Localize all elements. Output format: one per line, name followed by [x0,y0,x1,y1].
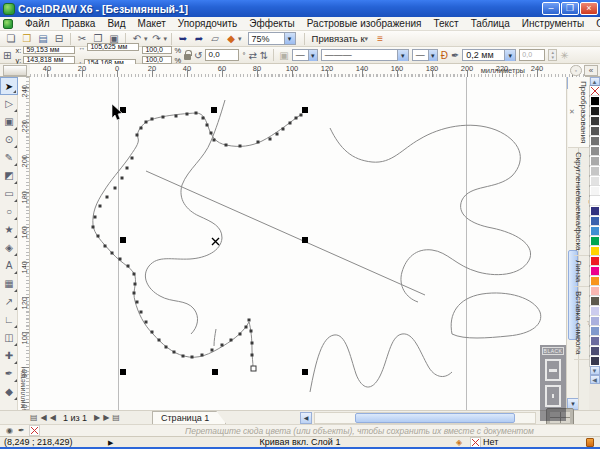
color-swatch[interactable] [590,336,600,346]
menu-упорядочить[interactable]: Упорядочить [172,18,244,29]
table-tool[interactable]: ▦ [0,275,18,293]
dimension-tool[interactable]: ↗ [0,293,18,311]
ruler-options-button[interactable]: ◦ [570,65,582,76]
menu-макет[interactable]: Макет [131,18,171,29]
chevron-down-icon[interactable]: ▾ [504,50,515,61]
connector-tool[interactable]: ∟ [0,311,18,329]
undo-caret-icon[interactable]: ▾ [144,35,148,43]
horizontal-scrollbar[interactable] [314,412,536,424]
welcome-screen-icon[interactable]: ◆ [224,32,238,45]
color-swatch[interactable] [590,296,600,306]
selection-handles[interactable] [120,107,308,375]
menu-файл[interactable]: Файл [19,18,56,29]
menu-растровые изображения[interactable]: Растровые изображения [301,18,428,29]
collapse-dockers-button[interactable]: « [584,65,598,76]
zoom-tool[interactable]: ⊙ [0,131,18,149]
freehand-tool[interactable]: ✎ [0,149,18,167]
color-swatch[interactable] [590,196,600,206]
rectangle-tool[interactable]: ▭ [0,185,18,203]
import-icon[interactable]: ➥ [176,32,190,45]
color-swatch[interactable] [590,346,600,356]
scale-x-field[interactable]: 100,0 [142,46,172,54]
horizontal-scroll-thumb[interactable] [355,413,515,423]
smart-fill-tool[interactable]: ◩ [0,167,18,185]
color-swatch[interactable] [590,216,600,226]
color-swatch[interactable] [590,316,600,326]
redo-icon[interactable]: ↷ [150,32,164,45]
start-arrowhead-select[interactable]: — ▾ [292,49,318,61]
color-swatch[interactable] [590,356,600,366]
eyedropper-tool[interactable]: ✚ [0,347,18,365]
palette-scroll-up-button[interactable]: ▲ [590,77,600,86]
chevron-down-icon[interactable]: ▾ [428,50,437,61]
rotation-center-marker[interactable] [212,238,219,245]
redo-caret-icon[interactable]: ▾ [164,35,168,43]
application-launcher-icon[interactable]: ▱ [208,32,222,45]
color-swatch[interactable] [590,306,600,316]
end-size-field[interactable]: 0,0 [519,49,545,61]
palette-eyedropper-icon[interactable]: ✒ [18,426,25,435]
previous-page-icon[interactable]: ◀ [50,412,56,424]
welcome-caret-icon[interactable]: ▾ [238,35,242,43]
palette-flyout-icon[interactable]: ◉ [6,426,13,435]
object-width-field[interactable]: 105,625 мм [87,43,139,51]
ellipse-tool[interactable]: ○ [0,203,18,221]
first-page-icon[interactable]: ◀ [41,412,47,424]
snap-to-dropdown[interactable]: Привязать к ▾ [309,33,372,44]
color-swatch[interactable] [590,276,600,286]
last-page-icon[interactable]: ▶ [103,412,109,424]
menu-текст[interactable]: Текст [427,18,464,29]
color-swatch[interactable] [590,246,600,256]
outline-pen-tool[interactable]: ✒ [0,365,18,383]
document-no-color-swatch[interactable] [30,426,39,435]
scroll-left-button[interactable]: ◀ [300,412,312,424]
fill-tool[interactable]: ◆ [0,383,18,401]
color-swatch[interactable] [590,256,600,266]
color-swatch[interactable] [590,226,600,236]
color-swatch[interactable] [590,186,600,196]
close-curve-icon[interactable]: Ð [441,48,448,63]
menu-эффекты[interactable]: Эффекты [243,18,300,29]
color-swatch[interactable] [590,116,600,126]
scale-y-field[interactable]: 100,0 [142,56,172,64]
color-swatch[interactable] [590,166,600,176]
rotation-angle-field[interactable]: 0,0 [205,49,239,61]
chevron-down-icon[interactable]: ▾ [397,50,408,61]
add-page-start-icon[interactable]: ▤ [30,412,38,424]
y-position-field[interactable]: 143,818 мм [23,56,75,64]
basic-shapes-tool[interactable]: ◈ [0,239,18,257]
menu-инструменты[interactable]: Инструменты [516,18,590,29]
color-swatch[interactable] [590,126,600,136]
color-swatch[interactable] [590,96,600,106]
x-position-field[interactable]: 59,153 мм [23,46,75,54]
title-bar[interactable]: CorelDRAW X6 - [Безымянный-1] – ❐ × [0,0,600,17]
print-icon[interactable]: ⊟ [52,32,66,45]
color-swatch[interactable] [590,156,600,166]
notification-icon[interactable] [586,438,594,447]
docker-close-icon[interactable]: ✕ [568,108,576,116]
options-icon[interactable]: ≡ [373,32,387,45]
ruler-origin-button[interactable] [3,65,27,76]
drawing-canvas[interactable] [30,77,566,410]
color-swatch[interactable] [590,146,600,156]
open-icon[interactable]: ❒ [20,32,34,45]
spinner[interactable]: ▴▾ [548,49,557,61]
menu-вид[interactable]: Вид [101,18,131,29]
new-icon[interactable]: ❏ [4,32,18,45]
mirror-horizontal-icon[interactable]: ⇄ [248,48,256,63]
color-swatch[interactable] [590,326,600,336]
palette-scroll-down-button[interactable]: ▼ [590,366,600,375]
color-swatch[interactable] [590,176,600,186]
add-page-end-icon[interactable]: ▤ [112,412,120,424]
no-color-swatch[interactable] [590,86,600,96]
palette-open-button[interactable]: ◀ [590,375,600,384]
color-swatch[interactable] [590,206,600,216]
next-page-icon[interactable]: ▶ [94,412,100,424]
curve-drawing[interactable] [30,77,566,410]
color-swatch[interactable] [590,136,600,146]
outline-width-select[interactable]: 0,2 мм ▾ [462,49,516,61]
text-tool[interactable]: А [0,257,18,275]
chevron-down-icon[interactable]: ▾ [308,50,317,61]
line-style-select[interactable]: ——— ▾ [321,49,409,61]
minimize-button[interactable]: – [542,2,560,15]
